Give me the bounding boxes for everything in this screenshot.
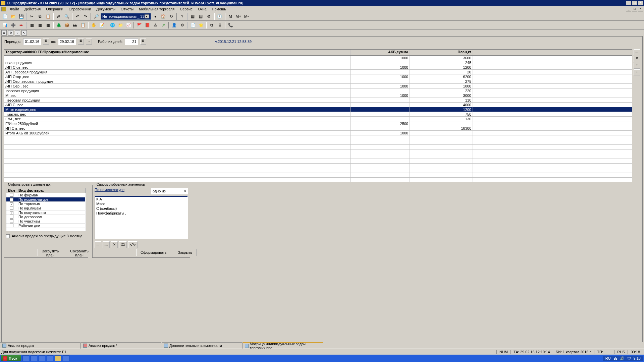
- filter-row[interactable]: По договорам: [6, 215, 86, 219]
- table-row[interactable]: [4, 173, 632, 178]
- tray-clock[interactable]: 9:18: [634, 356, 641, 360]
- clock-icon[interactable]: 🕐: [216, 13, 223, 20]
- phone-icon[interactable]: 📞: [227, 21, 234, 29]
- table-row[interactable]: [4, 149, 632, 154]
- menu-documents[interactable]: Документы: [94, 6, 118, 12]
- save-plan-button[interactable]: Сохранить план: [66, 249, 93, 256]
- calc-icon[interactable]: ▦: [189, 13, 197, 20]
- warn-icon[interactable]: ⚠: [152, 21, 159, 29]
- grid-col-territory[interactable]: Территория/ФИО ТП/Продукция/Направление: [4, 50, 351, 55]
- ql-6-icon[interactable]: [63, 355, 69, 361]
- sb1-icon[interactable]: ⚙: [1, 30, 7, 36]
- filter-row[interactable]: [6, 228, 86, 231]
- report2-icon[interactable]: ➕: [9, 21, 17, 29]
- table-row[interactable]: /ИП С ов, вес10001200: [4, 65, 632, 70]
- table-row[interactable]: /ИП Сер ,весовая продукция275: [4, 79, 632, 84]
- table-row[interactable]: [4, 135, 632, 140]
- workdays-input[interactable]: 21: [125, 38, 138, 45]
- table-row[interactable]: , масло, вес750: [4, 112, 632, 117]
- table-row[interactable]: [4, 168, 632, 173]
- home-icon[interactable]: 🏠: [160, 13, 167, 20]
- table-row[interactable]: /ИП С ,вес4000: [4, 103, 632, 107]
- grid2-icon[interactable]: ▦: [36, 21, 44, 29]
- table-row[interactable]: [4, 164, 632, 168]
- settings-icon[interactable]: ⚙: [205, 13, 213, 20]
- tree-icon[interactable]: 🌲: [55, 21, 62, 29]
- table-row[interactable]: [4, 178, 632, 182]
- flag-icon[interactable]: 🚩: [136, 21, 143, 29]
- tray-vol-icon[interactable]: 🔊: [620, 356, 625, 361]
- grid-col-plan[interactable]: План,кг: [410, 50, 473, 55]
- table-row[interactable]: [4, 159, 632, 164]
- mminus-button[interactable]: M-: [243, 13, 250, 20]
- mplus-button[interactable]: M+: [235, 13, 242, 20]
- filter-row[interactable]: ✓По номенклатуре: [6, 197, 86, 202]
- side-btn-up[interactable]: ↑: [634, 63, 640, 69]
- calendar-icon[interactable]: ▤: [197, 13, 205, 20]
- ql-5-icon[interactable]: [55, 355, 61, 361]
- table-row[interactable]: Итого АКБ ов 1000рублей1000: [4, 131, 632, 135]
- filter-row[interactable]: По участкам: [6, 219, 86, 224]
- ql-4-icon[interactable]: [47, 355, 53, 361]
- report3-icon[interactable]: ➡: [17, 21, 25, 29]
- table-row[interactable]: А/П , весовая продукция20: [4, 70, 632, 74]
- cut-icon[interactable]: ✂: [28, 13, 36, 20]
- preview-icon[interactable]: 🔍: [63, 13, 70, 20]
- doc-tab[interactable]: Анализ продаж *: [81, 342, 161, 349]
- sb2-icon[interactable]: ⚙: [8, 30, 13, 36]
- print-icon[interactable]: 🖨: [55, 13, 62, 20]
- gear2-icon[interactable]: ⚙: [178, 21, 186, 29]
- table-row[interactable]: [4, 140, 632, 145]
- tray-shield-icon[interactable]: 🛡: [627, 356, 631, 360]
- list-item[interactable]: Полуфабрикаты ,: [95, 211, 187, 216]
- redo-icon[interactable]: ↷: [82, 13, 89, 20]
- period-from-input[interactable]: 01.02.16: [23, 38, 41, 45]
- filter-type-table[interactable]: Вкл Вид фильтра: По фирмам✓По номенклату…: [6, 188, 86, 231]
- fbtn-add[interactable]: ...: [95, 241, 101, 248]
- grid3-icon[interactable]: ▦: [44, 21, 52, 29]
- help-icon[interactable]: ?: [178, 13, 186, 20]
- ql-3-icon[interactable]: [39, 355, 45, 361]
- table-row[interactable]: [4, 145, 632, 149]
- star-icon[interactable]: ⭐: [197, 21, 205, 29]
- menu-spravochniki[interactable]: Справочники: [66, 6, 94, 12]
- fbtn-del[interactable]: X: [111, 241, 118, 248]
- table-row[interactable]: /ИП Стор ,вес10006200: [4, 74, 632, 79]
- workdays-calendar-icon[interactable]: ▦: [140, 39, 146, 45]
- book-icon[interactable]: 📕: [144, 21, 151, 29]
- table-row[interactable]: ,весовая продукция220: [4, 88, 632, 93]
- doc-icon[interactable]: 📋: [79, 21, 87, 29]
- start-button[interactable]: Пуск: [1, 355, 21, 361]
- paste-icon[interactable]: 📋: [44, 13, 52, 20]
- filter-mode-combo[interactable]: одно из▾: [151, 188, 188, 194]
- table-row[interactable]: , весовая продукция110: [4, 98, 632, 103]
- sb4-icon[interactable]: ↖: [21, 30, 27, 36]
- filter-row[interactable]: Рабочие дни: [6, 224, 86, 228]
- menu-actions[interactable]: Действия: [22, 6, 43, 12]
- doc-tab[interactable]: Анализ продаж: [0, 342, 80, 349]
- close-button[interactable]: ×: [638, 1, 643, 5]
- refresh-icon[interactable]: ↻: [168, 13, 175, 20]
- combo-ext-icon[interactable]: ▾: [152, 13, 159, 20]
- ql-2-icon[interactable]: [31, 355, 37, 361]
- arrow-icon[interactable]: ↗: [160, 21, 167, 29]
- period-to-input[interactable]: 29.02.16: [58, 38, 76, 45]
- maximize-button[interactable]: □: [632, 1, 637, 5]
- filter-row[interactable]: По фирмам: [6, 193, 86, 197]
- chart-icon[interactable]: 📈: [125, 21, 132, 29]
- table-row[interactable]: ИП С в, вес18300: [4, 126, 632, 131]
- table-row[interactable]: Е/И ее 2500рублей2500: [4, 121, 632, 126]
- form-button[interactable]: Сформировать: [136, 249, 171, 256]
- menu-help[interactable]: Помощь: [209, 6, 229, 12]
- table-row[interactable]: М ,вес10003000: [4, 93, 632, 98]
- box-icon[interactable]: 📦: [63, 21, 70, 29]
- copy2-icon[interactable]: ⧉: [208, 21, 215, 29]
- menu-windows[interactable]: Окна: [195, 6, 209, 12]
- copy-icon[interactable]: ⧉: [36, 13, 44, 20]
- table-row[interactable]: 10003600: [4, 56, 632, 60]
- filter-row[interactable]: По юр.лицам: [6, 206, 86, 210]
- report1-icon[interactable]: 📊: [1, 21, 9, 29]
- list-item[interactable]: Мясо: [95, 201, 187, 206]
- filter-items-list[interactable]: К АМясоС (колбасы)Полуфабрикаты ,: [95, 196, 188, 239]
- filter-row[interactable]: ✓По покупателям: [6, 210, 86, 215]
